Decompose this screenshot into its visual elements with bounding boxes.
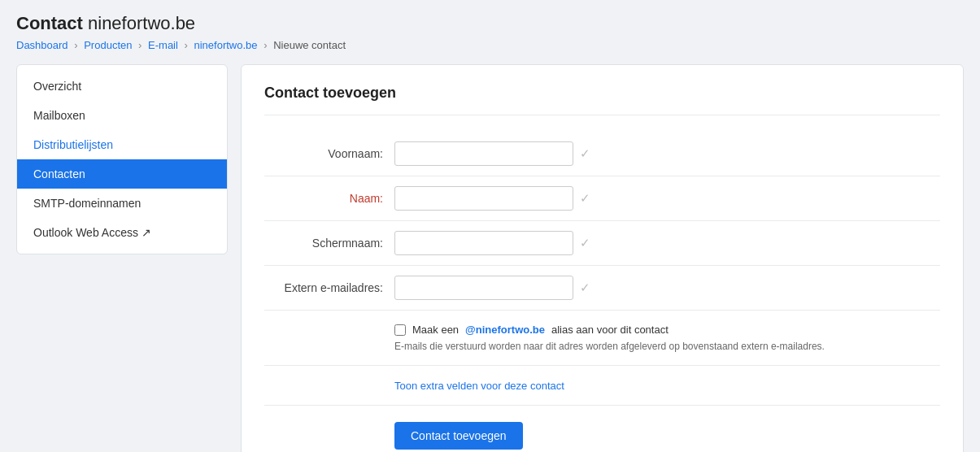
naam-input[interactable] (394, 186, 573, 211)
sidebar-item-mailboxen[interactable]: Mailboxen (17, 101, 227, 130)
page-title: Contact ninefortwo.be (16, 13, 964, 34)
breadcrumb-producten[interactable]: Producten (84, 39, 132, 51)
voornaam-check-icon: ✓ (580, 146, 590, 161)
voornaam-label: Voornaam: (264, 147, 394, 160)
voornaam-input[interactable] (394, 141, 573, 166)
breadcrumb: Dashboard › Producten › E-mail › ninefor… (16, 39, 964, 51)
breadcrumb-current: Nieuwe contact (273, 39, 346, 51)
sidebar-item-overzicht[interactable]: Overzicht (17, 72, 227, 101)
breadcrumb-dashboard[interactable]: Dashboard (16, 39, 68, 51)
naam-check-icon: ✓ (580, 191, 590, 206)
schermnaam-input[interactable] (394, 231, 573, 255)
alias-domain: @ninefortwo.be (465, 324, 545, 336)
submit-row: Contact toevoegen (264, 406, 940, 450)
extern-email-label: Extern e-mailadres: (264, 281, 394, 294)
form-title: Contact toevoegen (264, 85, 940, 115)
alias-note: E-mails die verstuurd worden naar dit ad… (394, 341, 940, 352)
extern-email-input[interactable] (394, 276, 573, 300)
submit-button[interactable]: Contact toevoegen (394, 422, 523, 450)
schermnaam-label: Schermnaam: (264, 237, 394, 250)
breadcrumb-domain[interactable]: ninefortwo.be (194, 39, 258, 51)
alias-label-after: alias aan voor dit contact (551, 324, 669, 336)
schermnaam-row: Schermnaam: ✓ (264, 221, 940, 266)
main-panel: Contact toevoegen Voornaam: ✓ Naam: ✓ S (241, 64, 964, 452)
alias-label-before: Maak een (412, 324, 459, 336)
sidebar-item-smtp[interactable]: SMTP-domeinnamen (17, 189, 227, 218)
extra-fields-link[interactable]: Toon extra velden voor deze contact (394, 380, 564, 392)
sidebar-item-distributielijsten[interactable]: Distributielijsten (17, 130, 227, 159)
extern-email-check-icon: ✓ (580, 280, 590, 295)
sidebar-item-owa[interactable]: Outlook Web Access ↗ (17, 218, 227, 247)
external-link-icon: ↗ (142, 226, 151, 239)
extern-email-row: Extern e-mailadres: ✓ (264, 266, 940, 311)
sidebar: Overzicht Mailboxen Distributielijsten C… (16, 64, 228, 254)
schermnaam-check-icon: ✓ (580, 236, 590, 250)
extra-fields-row: Toon extra velden voor deze contact (264, 366, 940, 406)
alias-section: Maak een @ninefortwo.be alias aan voor d… (264, 311, 940, 366)
naam-label: Naam: (264, 192, 394, 205)
breadcrumb-email[interactable]: E-mail (148, 39, 178, 51)
sidebar-item-contacten[interactable]: Contacten (17, 159, 227, 189)
alias-checkbox[interactable] (394, 324, 406, 336)
naam-row: Naam: ✓ (264, 176, 940, 221)
voornaam-row: Voornaam: ✓ (264, 132, 940, 176)
